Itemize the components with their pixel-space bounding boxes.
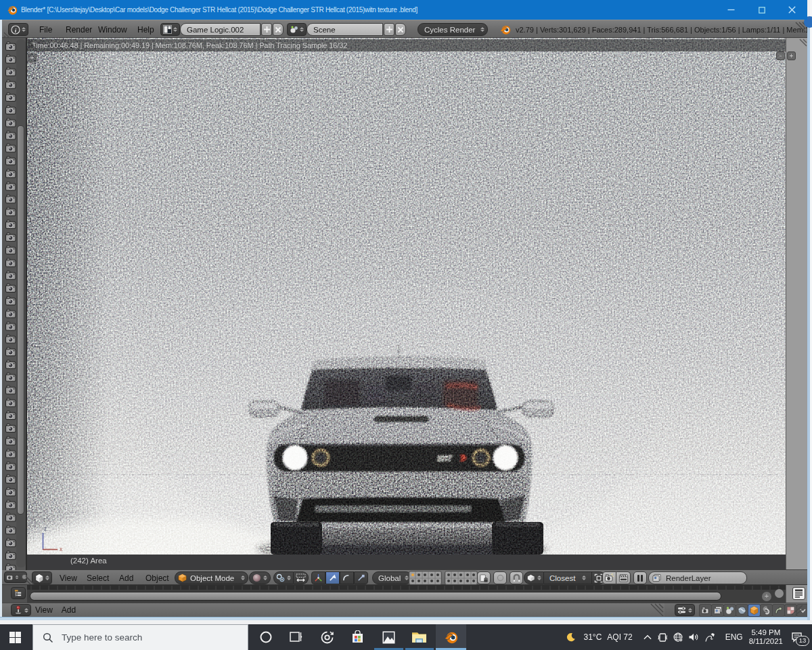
taskbar-search[interactable]: Type here to search [32, 624, 248, 650]
menu-render[interactable]: Render [66, 20, 92, 38]
left-panel-scrollbar-handle[interactable] [17, 125, 24, 515]
tray-notifications[interactable]: 13 [791, 632, 804, 643]
layer-cell[interactable] [415, 578, 422, 585]
layer-cell[interactable] [435, 578, 441, 585]
layer-cell[interactable] [445, 578, 451, 585]
manipulator-axes-button[interactable] [311, 571, 325, 584]
layer-cell[interactable] [409, 571, 415, 578]
pause-render-button[interactable] [633, 571, 647, 584]
screen-layout-close-button[interactable] [273, 23, 284, 36]
menu-window[interactable]: Window [98, 20, 127, 38]
snap-mode-dropdown[interactable]: Closest [544, 571, 592, 584]
pivot-dropdown[interactable] [273, 571, 294, 584]
properties-tab-render-layers[interactable] [712, 605, 723, 616]
render-engine-dropdown[interactable]: Cycles Render [418, 23, 488, 36]
layer-block[interactable] [409, 571, 442, 585]
timeline-circle-widget[interactable] [775, 589, 784, 598]
taskbar-store[interactable] [342, 624, 373, 650]
layer-cell[interactable] [409, 578, 415, 585]
logic-menu-view[interactable]: View [35, 605, 53, 615]
minimize-button[interactable] [716, 0, 746, 20]
start-button[interactable] [0, 624, 30, 650]
menu-help[interactable]: Help [137, 20, 154, 38]
vp-menu-view[interactable]: View [60, 571, 77, 585]
tray-aqi[interactable]: AQI 72 [607, 632, 632, 642]
vp-menu-add[interactable]: Add [119, 571, 133, 585]
layer-cell[interactable] [428, 571, 434, 578]
properties-tab-constraints[interactable] [761, 605, 772, 616]
layer-cell[interactable] [471, 578, 477, 585]
close-button[interactable] [777, 0, 807, 20]
taskbar-blender-active[interactable] [436, 624, 466, 650]
tray-clock[interactable]: 5:49 PM 8/11/2021 [749, 628, 783, 646]
vp-menu-select[interactable]: Select [87, 571, 109, 585]
layer-cell[interactable] [458, 571, 464, 578]
shading-dropdown[interactable] [249, 571, 271, 584]
lock-to-scene-button[interactable] [477, 571, 491, 584]
orientation-dropdown[interactable]: Global [372, 571, 412, 584]
taskbar-task-view[interactable] [281, 624, 311, 650]
layer-cell[interactable] [458, 578, 464, 585]
mode-dropdown[interactable]: Object Mode [175, 571, 248, 584]
area-corner-grip[interactable] [797, 39, 807, 49]
layer-cell[interactable] [464, 578, 470, 585]
layer-cell[interactable] [428, 578, 434, 585]
render-still-button[interactable] [602, 571, 616, 584]
logic-menu-add[interactable]: Add [62, 605, 76, 615]
tray-temperature[interactable]: 31°C [584, 632, 602, 642]
tray-chevron-up-icon[interactable] [644, 634, 652, 640]
pivot-align-toggle[interactable] [294, 571, 309, 584]
render-viewport[interactable]: SRT z x [27, 38, 786, 555]
viewport-widget[interactable]: ◦ [776, 51, 785, 60]
layer-cell[interactable] [471, 571, 477, 578]
window-titlebar[interactable]: Blender* [C:\Users\tejay\Desktop\Car mod… [0, 0, 807, 20]
properties-expand-button[interactable]: + [787, 51, 796, 60]
timeline-zoom-widget[interactable]: + [762, 592, 771, 601]
properties-tab-scene[interactable] [724, 605, 736, 616]
layer-cell[interactable] [415, 571, 422, 578]
snap-toggle-button[interactable] [510, 571, 523, 584]
area-corner-grip[interactable] [28, 39, 38, 49]
properties-panel-icon[interactable] [792, 587, 805, 600]
tray-volume-icon[interactable] [688, 632, 700, 642]
screen-layout-name-field[interactable]: Game Logic.002 [180, 23, 261, 36]
timeline-scrollbar[interactable] [30, 592, 721, 601]
toolshelf-expand-button[interactable]: + [27, 53, 37, 63]
proportional-edit-button[interactable] [493, 571, 507, 584]
render-animation-button[interactable] [616, 571, 631, 584]
manipulator-rotate-button[interactable] [340, 571, 354, 584]
area-corner-grip[interactable] [650, 603, 664, 616]
scene-name-field[interactable]: Scene [307, 23, 383, 36]
taskbar-cortana[interactable] [250, 624, 281, 650]
manipulator-scale-button[interactable] [354, 571, 368, 584]
tray-pen-icon[interactable] [704, 632, 715, 643]
scene-icon-button[interactable] [287, 23, 307, 36]
area-corner-grip[interactable] [790, 604, 805, 616]
tray-network-globe-icon[interactable] [673, 632, 683, 643]
layer-cell[interactable] [422, 578, 428, 585]
layer-cell[interactable] [445, 571, 451, 578]
properties-editor-type-button[interactable] [675, 604, 695, 616]
properties-tab-world[interactable] [736, 605, 748, 616]
area-corner-grip[interactable] [19, 572, 37, 585]
properties-tab-render[interactable] [700, 605, 711, 616]
snap-element-dropdown[interactable] [524, 571, 544, 584]
layer-cell[interactable] [435, 571, 441, 578]
layer-cell[interactable] [464, 571, 470, 578]
taskbar-file-explorer[interactable] [404, 624, 434, 650]
timeline-editor-type-button[interactable] [11, 587, 26, 599]
layer-block[interactable] [445, 571, 478, 585]
layer-cell[interactable] [451, 571, 457, 578]
taskbar-photos[interactable] [374, 624, 404, 650]
properties-tab-object[interactable] [748, 605, 760, 616]
menu-file[interactable]: File [39, 20, 52, 38]
maximize-button[interactable] [746, 0, 777, 20]
layer-cell[interactable] [451, 578, 457, 585]
layer-cell[interactable] [422, 571, 428, 578]
manipulator-translate-button[interactable] [325, 571, 340, 584]
tray-language[interactable]: ENG [725, 632, 743, 642]
scene-close-button[interactable] [395, 23, 406, 36]
screen-layout-add-button[interactable] [261, 23, 272, 36]
render-layer-dropdown[interactable]: RenderLayer [648, 571, 747, 584]
scene-add-button[interactable] [384, 23, 394, 36]
